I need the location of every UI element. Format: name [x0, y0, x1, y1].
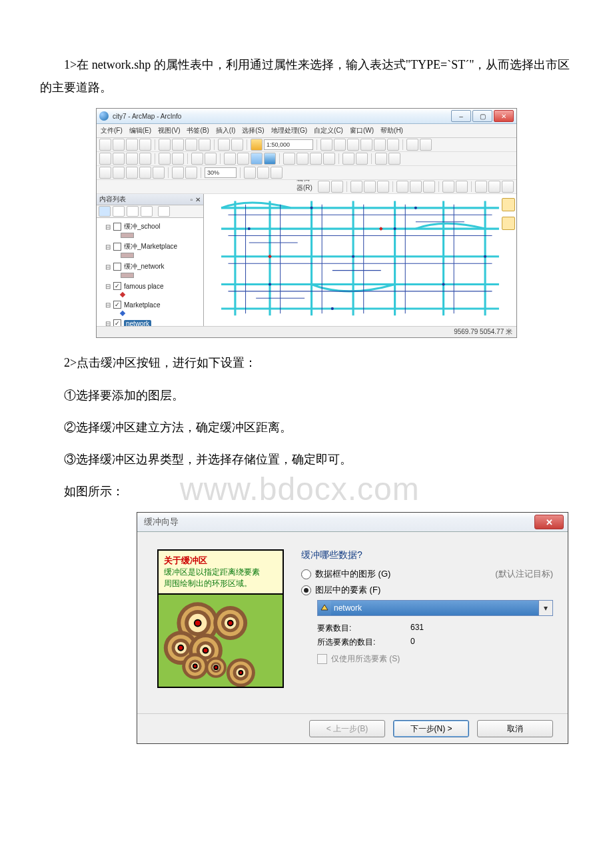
toc-close-icon[interactable]: ✕ [195, 196, 201, 203]
print-icon[interactable] [139, 139, 151, 151]
open-icon[interactable] [113, 139, 125, 151]
chevron-down-icon[interactable]: ▾ [538, 601, 552, 615]
only-selected-checkbox[interactable] [317, 654, 327, 664]
xy-icon[interactable] [310, 153, 322, 165]
catalog-tab-icon[interactable] [502, 198, 515, 211]
menu-selection[interactable]: 选择(S) [242, 126, 264, 135]
layer-famous-place[interactable]: ⊟✓famous place [98, 281, 202, 291]
ed7-icon[interactable] [475, 181, 487, 193]
menu-window[interactable]: 窗口(W) [350, 126, 374, 135]
toc-tab-selection-icon[interactable] [141, 206, 153, 217]
draw2-icon[interactable] [257, 167, 269, 179]
time-slider-icon[interactable] [323, 153, 335, 165]
layer-buffer-marketplace[interactable]: ⊟缓冲_Marketplace [98, 241, 202, 253]
layer-combobox[interactable]: network ▾ [317, 600, 553, 616]
edit-tool-icon[interactable] [318, 181, 330, 193]
trace-icon[interactable] [364, 181, 376, 193]
redo-icon[interactable] [231, 139, 243, 151]
menu-view[interactable]: 视图(V) [158, 126, 180, 135]
full-extent-icon[interactable] [139, 153, 151, 165]
georef2-icon[interactable] [113, 167, 125, 179]
select-features-icon[interactable] [224, 153, 236, 165]
ed9-icon[interactable] [502, 181, 514, 193]
menu-bookmarks[interactable]: 书签(B) [187, 126, 209, 135]
new-icon[interactable] [99, 139, 111, 151]
back-button[interactable]: < 上一步(B) [309, 720, 385, 737]
fixed-zoom-in-icon[interactable] [159, 153, 171, 165]
copy-icon[interactable] [172, 139, 184, 151]
ed4-icon[interactable] [423, 181, 435, 193]
georef6-icon[interactable] [172, 167, 184, 179]
maximize-button[interactable]: ▢ [472, 110, 492, 122]
model-icon[interactable] [406, 139, 418, 151]
undo-icon[interactable] [218, 139, 230, 151]
measure-icon[interactable] [283, 153, 295, 165]
menu-edit[interactable]: 编辑(E) [129, 126, 151, 135]
zoom-in-icon[interactable] [99, 153, 111, 165]
toc-tab-source-icon[interactable] [113, 206, 125, 217]
clear-selection-icon[interactable] [237, 153, 249, 165]
select-elements-icon[interactable] [251, 153, 263, 165]
toc-icon[interactable] [334, 139, 346, 151]
hyperlink-icon[interactable] [342, 153, 354, 165]
find-icon[interactable] [297, 153, 308, 165]
menu-customize[interactable]: 自定义(C) [314, 126, 343, 135]
georef-icon[interactable] [99, 167, 111, 179]
tool2-icon[interactable] [388, 153, 400, 165]
paste-icon[interactable] [185, 139, 197, 151]
menu-geoprocessing[interactable]: 地理处理(G) [271, 126, 307, 135]
cut-icon[interactable] [159, 139, 171, 151]
menu-help[interactable]: 帮助(H) [380, 126, 403, 135]
help-icon[interactable] [420, 139, 432, 151]
catalog-icon[interactable] [347, 139, 359, 151]
ed3-icon[interactable] [410, 181, 422, 193]
radio-frame-graphics[interactable] [301, 569, 311, 579]
html-popup-icon[interactable] [356, 153, 368, 165]
save-icon[interactable] [126, 139, 138, 151]
zoom-percent[interactable]: 30% [205, 167, 237, 178]
menu-insert[interactable]: 插入(I) [216, 126, 235, 135]
draw-icon[interactable] [244, 167, 256, 179]
ed1-icon[interactable] [377, 181, 389, 193]
python-icon[interactable] [387, 139, 399, 151]
close-button[interactable]: ✕ [494, 110, 514, 122]
editor-toolbar-icon[interactable] [320, 139, 332, 151]
tool-icon[interactable] [375, 153, 387, 165]
ed8-icon[interactable] [488, 181, 500, 193]
toc-tab-drawing-icon[interactable] [99, 206, 111, 217]
radio-layer-features[interactable] [301, 585, 311, 595]
delete-icon[interactable] [199, 139, 211, 151]
layer-marketplace[interactable]: ⊟✓Marketplace [98, 299, 202, 310]
toolbox-icon[interactable] [374, 139, 386, 151]
toc-pin-icon[interactable]: ▫ [190, 196, 193, 203]
toc-tab-options-icon[interactable] [158, 206, 170, 217]
minimize-button[interactable]: – [451, 110, 471, 122]
cancel-button[interactable]: 取消 [477, 720, 553, 737]
layer-network[interactable]: ⊟✓network [98, 318, 202, 326]
identify-icon[interactable] [264, 153, 276, 165]
zoom-out-icon[interactable] [113, 153, 125, 165]
layer-buffer-school[interactable]: ⊟缓冲_school [98, 221, 202, 233]
map-view[interactable] [204, 194, 516, 326]
search-tab-icon[interactable] [502, 217, 515, 230]
next-button[interactable]: 下一步(N) > [393, 720, 469, 737]
layer-buffer-network[interactable]: ⊟缓冲_network [98, 261, 202, 273]
scale-input[interactable]: 1:50,000 [264, 139, 313, 150]
georef4-icon[interactable] [139, 167, 151, 179]
georef7-icon[interactable] [185, 167, 197, 179]
back-icon[interactable] [191, 153, 203, 165]
sketch-icon[interactable] [350, 181, 362, 193]
menu-file[interactable]: 文件(F) [101, 126, 123, 135]
add-data-icon[interactable] [251, 139, 263, 151]
forward-icon[interactable] [205, 153, 217, 165]
georef3-icon[interactable] [126, 167, 138, 179]
georef5-icon[interactable] [153, 167, 165, 179]
ed2-icon[interactable] [396, 181, 408, 193]
wizard-close-button[interactable]: ✕ [534, 515, 564, 529]
draw3-icon[interactable] [271, 167, 283, 179]
editor-dropdown[interactable]: 编辑器(R) ▾ [297, 180, 312, 194]
toc-tab-visibility-icon[interactable] [127, 206, 139, 217]
ed6-icon[interactable] [456, 181, 468, 193]
ed5-icon[interactable] [442, 181, 454, 193]
pan-icon[interactable] [126, 153, 138, 165]
